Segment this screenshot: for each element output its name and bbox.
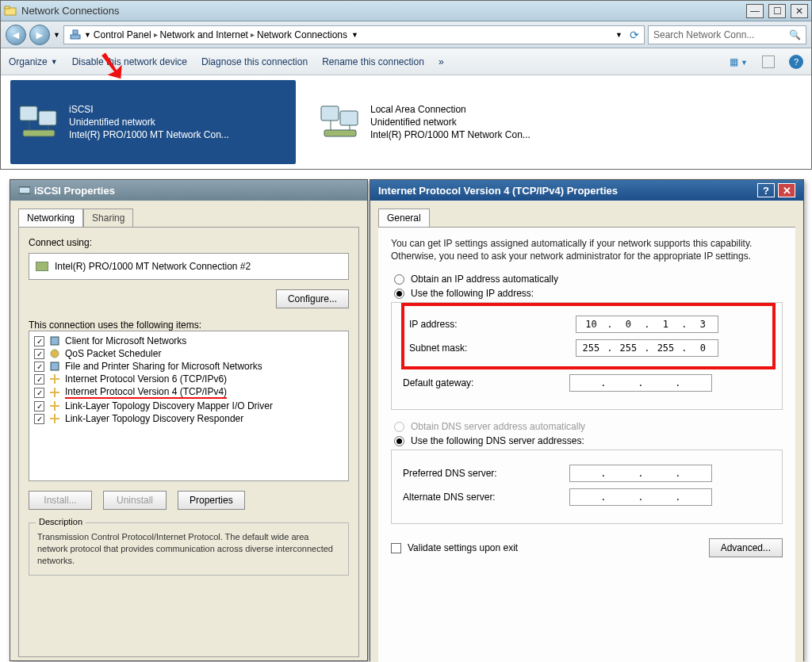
network-icon — [69, 29, 82, 41]
radio-dns-auto: Obtain DNS server address automatically — [394, 421, 783, 432]
window-titlebar: Network Connections — ☐ ✕ — [1, 1, 811, 21]
breadcrumb-item[interactable]: Network Connections — [257, 29, 347, 40]
maximize-button[interactable]: ☐ — [768, 4, 786, 18]
list-item[interactable]: ✓File and Printer Sharing for Microsoft … — [34, 360, 343, 373]
breadcrumb[interactable]: ▼ Control Panel ▸ Network and Internet ▸… — [63, 25, 645, 44]
diagnose-button[interactable]: Diagnose this connection — [201, 56, 308, 67]
radio-ip-auto[interactable]: Obtain an IP address automatically — [394, 274, 783, 285]
ipv4-properties-dialog: Internet Protocol Version 4 (TCP/IPv4) P… — [370, 179, 804, 661]
rename-button[interactable]: Rename this connection — [322, 56, 424, 67]
svg-rect-11 — [324, 130, 356, 136]
refresh-icon[interactable]: ⟳ — [630, 29, 639, 41]
breadcrumb-item[interactable]: Control Panel — [94, 29, 151, 40]
window-title: Network Connections — [21, 5, 120, 17]
alternate-dns-input[interactable]: . . . — [569, 488, 712, 506]
svg-rect-15 — [36, 262, 48, 271]
nic-icon — [36, 260, 48, 273]
ip-address-label: IP address: — [409, 319, 576, 330]
tab-sharing[interactable]: Sharing — [83, 209, 133, 227]
connection-adapter: Intel(R) PRO/1000 MT Network Con... — [370, 128, 530, 141]
svg-rect-14 — [19, 187, 30, 193]
advanced-button[interactable]: Advanced... — [709, 538, 783, 557]
connection-name: iSCSI — [69, 103, 229, 116]
preferred-dns-label: Preferred DNS server: — [403, 468, 569, 479]
radio-dns-manual[interactable]: Use the following DNS server addresses: — [394, 435, 783, 446]
svg-rect-16 — [51, 337, 59, 345]
dialog-close-button[interactable]: ✕ — [778, 183, 795, 197]
description-text: Transmission Control Protocol/Internet P… — [37, 531, 340, 567]
description-legend: Description — [36, 517, 86, 526]
address-bar: ◄ ► ▼ ▼ Control Panel ▸ Network and Inte… — [1, 21, 811, 48]
radio-ip-manual[interactable]: Use the following IP address: — [394, 288, 783, 299]
network-adapter-icon — [17, 100, 61, 144]
list-item[interactable]: ✓QoS Packet Scheduler — [34, 347, 343, 360]
tab-general[interactable]: General — [378, 209, 430, 227]
validate-checkbox[interactable]: Validate settings upon exit — [391, 542, 518, 553]
network-adapter-icon — [318, 100, 362, 144]
iscsi-properties-dialog: iSCSI Properties Networking Sharing Conn… — [10, 179, 368, 661]
minimize-button[interactable]: — — [746, 4, 764, 18]
nav-history-dropdown[interactable]: ▼ — [53, 31, 60, 39]
nav-back-button[interactable]: ◄ — [6, 25, 26, 45]
search-icon: 🔍 — [789, 29, 801, 40]
subnet-mask-input[interactable]: 255. 255. 255. 0 — [576, 339, 718, 357]
network-folder-icon — [4, 5, 17, 17]
preview-pane-button[interactable] — [762, 55, 775, 68]
command-bar: Organize ▼ Disable this network device D… — [1, 48, 811, 75]
svg-rect-6 — [23, 130, 55, 136]
connection-list: iSCSI Unidentified network Intel(R) PRO/… — [1, 75, 811, 169]
gateway-label: Default gateway: — [403, 377, 569, 388]
svg-rect-3 — [73, 30, 78, 34]
list-item[interactable]: ✓Link-Layer Topology Discovery Mapper I/… — [34, 400, 343, 412]
overflow-button[interactable]: » — [439, 56, 444, 67]
svg-rect-2 — [71, 35, 80, 39]
dialog-help-button[interactable]: ? — [757, 183, 775, 197]
connection-status: Unidentified network — [69, 116, 229, 128]
connection-item-iscsi[interactable]: iSCSI Unidentified network Intel(R) PRO/… — [10, 80, 296, 164]
svg-rect-9 — [321, 106, 339, 121]
list-item-ipv4[interactable]: ✓Internet Protocol Version 4 (TCP/IPv4) — [34, 385, 343, 400]
svg-point-17 — [51, 350, 59, 358]
properties-button[interactable]: Properties — [178, 491, 245, 510]
gateway-input[interactable]: . . . — [569, 374, 712, 392]
preferred-dns-input[interactable]: . . . — [569, 465, 712, 482]
svg-rect-4 — [20, 106, 37, 121]
organize-menu[interactable]: Organize ▼ — [9, 56, 58, 67]
svg-rect-10 — [340, 111, 358, 125]
nav-forward-button[interactable]: ► — [29, 25, 50, 45]
svg-rect-1 — [5, 6, 10, 9]
info-text: You can get IP settings assigned automat… — [391, 237, 783, 262]
tabs: Networking Sharing — [18, 209, 359, 228]
connection-item-lan[interactable]: Local Area Connection Unidentified netwo… — [312, 80, 597, 164]
configure-button[interactable]: Configure... — [276, 289, 349, 308]
breadcrumb-item[interactable]: Network and Internet — [160, 29, 248, 40]
items-label: This connection uses the following items… — [29, 320, 349, 331]
connection-adapter: Intel(R) PRO/1000 MT Network Con... — [69, 128, 229, 141]
svg-rect-5 — [39, 111, 56, 125]
list-item[interactable]: ✓Client for Microsoft Networks — [34, 335, 343, 347]
disable-device-button[interactable]: Disable this network device — [72, 56, 187, 67]
dialog-titlebar: Internet Protocol Version 4 (TCP/IPv4) P… — [370, 180, 803, 201]
alternate-dns-label: Alternate DNS server: — [403, 492, 569, 503]
network-adapter-icon — [18, 184, 31, 197]
uninstall-button[interactable]: Uninstall — [103, 491, 167, 510]
protocol-list[interactable]: ✓Client for Microsoft Networks ✓QoS Pack… — [29, 331, 349, 481]
connection-status: Unidentified network — [370, 116, 530, 128]
search-input[interactable]: Search Network Conn... 🔍 — [648, 25, 806, 44]
install-button[interactable]: Install... — [29, 491, 92, 510]
connect-using-label: Connect using: — [29, 237, 349, 248]
connection-name: Local Area Connection — [370, 103, 530, 116]
close-button[interactable]: ✕ — [791, 4, 808, 18]
view-mode-button[interactable]: ▦ ▼ — [730, 56, 748, 67]
network-connections-window: Network Connections — ☐ ✕ ◄ ► ▼ ▼ Contro… — [0, 0, 812, 170]
dialog-titlebar: iSCSI Properties — [10, 180, 367, 201]
subnet-mask-label: Subnet mask: — [409, 342, 576, 354]
help-button[interactable]: ? — [789, 55, 803, 69]
tab-networking[interactable]: Networking — [18, 209, 83, 227]
ip-address-input[interactable]: 10. 0. 1. 3 — [576, 316, 718, 333]
svg-rect-18 — [51, 362, 59, 370]
list-item[interactable]: ✓Link-Layer Topology Discovery Responder — [34, 412, 343, 425]
list-item[interactable]: ✓Internet Protocol Version 6 (TCP/IPv6) — [34, 373, 343, 385]
adapter-select[interactable]: Intel(R) PRO/1000 MT Network Connection … — [29, 253, 349, 280]
